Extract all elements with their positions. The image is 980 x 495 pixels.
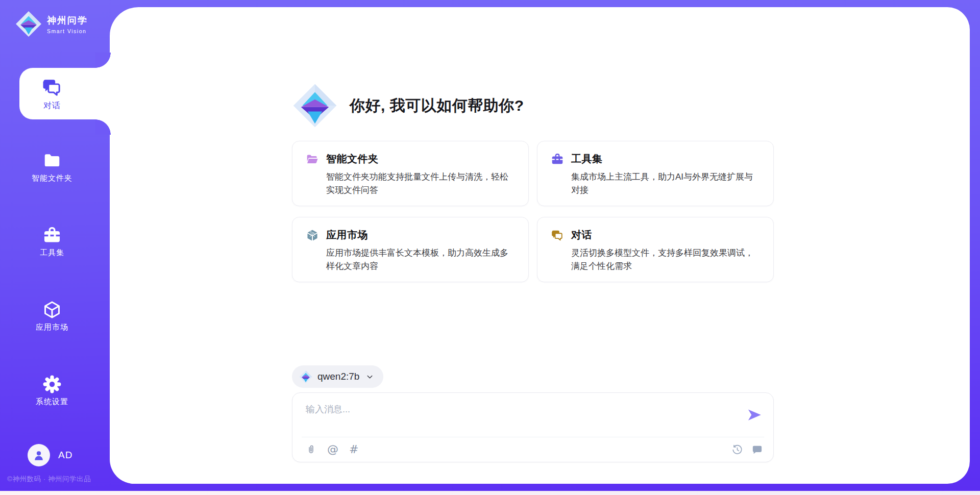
greeting-title: 你好, 我可以如何帮助你? <box>350 95 524 116</box>
attach-file-button[interactable] <box>306 444 316 455</box>
card-toolset[interactable]: 工具集 集成市场上主流工具，助力AI与外界无缝扩展与对接 <box>537 141 774 206</box>
card-head: 工具集 <box>551 152 761 166</box>
cube-icon <box>42 300 62 319</box>
logo-diamond-icon <box>15 10 42 38</box>
history-icon <box>731 444 743 456</box>
main-panel: 你好, 我可以如何帮助你? 智能文件夹 智能文件夹功能支持批量文件上传与清洗，轻… <box>110 7 970 484</box>
card-head: 智能文件夹 <box>306 152 516 166</box>
sidebar-item-label: 工具集 <box>40 248 64 258</box>
sidebar-item-toolset[interactable]: 工具集 <box>0 226 104 259</box>
card-title: 智能文件夹 <box>326 152 379 166</box>
sidebar-item-chat[interactable]: 对话 <box>19 68 111 119</box>
card-head: 对话 <box>551 228 761 242</box>
app-logo: 神州问学 Smart Vision <box>15 10 88 38</box>
gear-icon <box>42 375 62 394</box>
user-icon <box>32 449 45 462</box>
card-app-market[interactable]: 应用市场 应用市场提供丰富长文本模板，助力高效生成多样化文章内容 <box>292 217 529 282</box>
send-icon <box>746 406 763 424</box>
logo-tagline: Smart Vision <box>47 28 88 34</box>
paperclip-icon <box>306 444 316 455</box>
toolbar-right <box>731 444 763 456</box>
user-account[interactable]: AD <box>28 444 72 466</box>
sidebar-item-app-market[interactable]: 应用市场 <box>0 300 104 334</box>
card-smart-folder[interactable]: 智能文件夹 智能文件夹功能支持批量文件上传与清洗，轻松实现文件问答 <box>292 141 529 206</box>
sidebar-item-label: 智能文件夹 <box>32 174 72 183</box>
at-icon: @ <box>327 444 338 455</box>
tiled-cube-icon <box>306 229 319 242</box>
greeting-block: 你好, 我可以如何帮助你? <box>292 83 524 129</box>
card-description: 集成市场上主流工具，助力AI与外界无缝扩展与对接 <box>571 170 761 196</box>
app-logo-diamond-icon <box>292 83 337 129</box>
send-button[interactable] <box>746 406 763 424</box>
tab-inner: 对话 <box>19 68 85 119</box>
chevron-down-icon <box>365 373 374 381</box>
conversation-button[interactable] <box>751 444 763 456</box>
model-logo-diamond-icon <box>299 370 312 384</box>
model-selector[interactable]: qwen2:7b <box>292 365 383 388</box>
chat-icon <box>551 229 564 242</box>
message-input[interactable] <box>292 393 731 436</box>
card-title: 对话 <box>571 228 592 242</box>
card-description: 灵活切换多模型文件，支持多样回复效果调试，满足个性化需求 <box>571 246 761 273</box>
comment-icon <box>751 444 763 456</box>
sidebar-item-label: 对话 <box>43 101 61 111</box>
logo-name: 神州问学 <box>47 14 88 27</box>
briefcase-icon <box>42 226 62 245</box>
message-composer: @ # <box>292 392 774 462</box>
footer-copyright: ©神州数码 · 神州问学出品 <box>7 475 91 484</box>
sidebar-item-smart-folder[interactable]: 智能文件夹 <box>0 151 104 185</box>
card-description: 应用市场提供丰富长文本模板，助力高效生成多样化文章内容 <box>326 246 516 273</box>
card-chat[interactable]: 对话 灵活切换多模型文件，支持多样回复效果调试，满足个性化需求 <box>537 217 774 282</box>
topic-button[interactable]: # <box>349 444 358 455</box>
bottom-edge-strip <box>0 491 980 495</box>
chat-icon <box>41 77 63 98</box>
avatar <box>28 444 50 466</box>
card-head: 应用市场 <box>306 228 516 242</box>
model-name: qwen2:7b <box>317 371 359 382</box>
sidebar-item-label: 系统设置 <box>36 397 68 407</box>
hash-icon: # <box>349 444 358 455</box>
folder-icon <box>42 151 62 170</box>
user-initials: AD <box>58 450 72 461</box>
feature-cards: 智能文件夹 智能文件夹功能支持批量文件上传与清洗，轻松实现文件问答 工具集 集成… <box>292 141 774 282</box>
card-title: 应用市场 <box>326 228 368 242</box>
sidebar-item-settings[interactable]: 系统设置 <box>0 375 104 408</box>
card-title: 工具集 <box>571 152 603 166</box>
mention-button[interactable]: @ <box>327 444 338 455</box>
composer-toolbar: @ # <box>306 437 763 462</box>
briefcase-icon <box>551 153 564 166</box>
card-description: 智能文件夹功能支持批量文件上传与清洗，轻松实现文件问答 <box>326 170 516 196</box>
logo-text: 神州问学 Smart Vision <box>47 14 88 34</box>
history-button[interactable] <box>731 444 743 456</box>
sidebar-item-label: 应用市场 <box>36 323 68 332</box>
folder-open-icon <box>306 153 319 166</box>
sidebar: 神州问学 Smart Vision 对话 智能文件夹 工具集 应用市场 系统设置… <box>0 0 110 495</box>
